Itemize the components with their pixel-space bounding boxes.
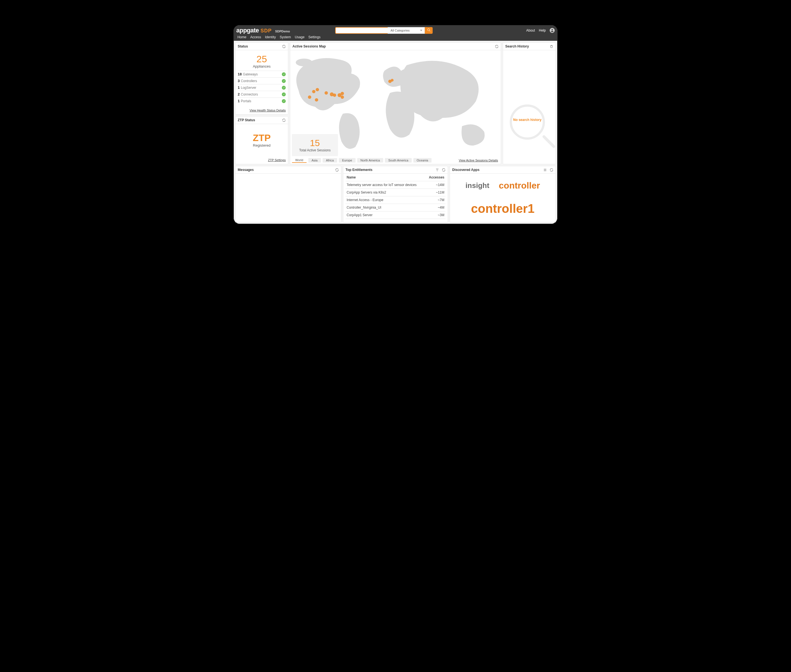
ztp-title: ZTP Status <box>238 118 255 122</box>
map-tab-south-america[interactable]: South America <box>385 158 412 163</box>
search-history-title: Search History <box>505 45 529 48</box>
help-link[interactable]: Help <box>539 29 546 32</box>
status-row-label: Portals <box>241 99 251 103</box>
topbar: appgate SDP SDPDemo All Categories About… <box>234 25 557 41</box>
map-tab-africa[interactable]: Africa <box>323 158 337 163</box>
table-row[interactable]: CorpApp Servers via K8s2~11M <box>346 189 445 196</box>
entitlement-accesses: ~11M <box>426 189 446 196</box>
svg-point-6 <box>315 88 319 91</box>
map-tab-asia[interactable]: Asia <box>308 158 321 163</box>
search-category-select[interactable]: All Categories <box>387 27 425 34</box>
status-row[interactable]: 3Controllers <box>238 77 286 84</box>
messages-body <box>235 174 341 222</box>
dashboard-row-2: Messages Top Entitlements <box>234 166 557 224</box>
status-row[interactable]: 18Gateways <box>238 70 286 77</box>
total-sessions-label: Total Active Sessions <box>299 148 331 152</box>
status-row[interactable]: 1LogServer <box>238 84 286 91</box>
entitlement-name: CorpApp1 Server <box>346 211 426 219</box>
list-view-icon[interactable] <box>543 168 547 172</box>
refresh-icon[interactable] <box>550 168 553 172</box>
menu-access[interactable]: Access <box>250 35 261 39</box>
svg-point-2 <box>552 29 553 30</box>
entitlement-accesses: ~14M <box>426 181 446 189</box>
global-search: All Categories <box>335 27 432 34</box>
svg-line-1 <box>429 30 430 31</box>
status-row-count: 1 <box>238 85 240 90</box>
user-avatar-icon[interactable] <box>550 28 555 33</box>
entitlement-accesses: ~3M <box>426 211 446 219</box>
status-row[interactable]: 2Connectors <box>238 91 286 98</box>
table-row[interactable]: CorpApp1 Server~3M <box>346 211 445 219</box>
menu-settings[interactable]: Settings <box>308 35 320 39</box>
entitlements-tbody: Telemetry server access for IoT sensor d… <box>346 181 445 219</box>
entitlement-name: CorpApp Servers via K8s2 <box>346 189 426 196</box>
entitlements-title: Top Entitlements <box>346 168 372 172</box>
menu-system[interactable]: System <box>280 35 291 39</box>
map-tab-oceania[interactable]: Oceania <box>413 158 432 163</box>
entitlements-table: Name Accesses Telemetry server access fo… <box>346 174 445 219</box>
magnifier-icon: No search history <box>510 104 549 144</box>
refresh-icon[interactable] <box>282 118 286 122</box>
top-entitlements-panel: Top Entitlements Name Accesses <box>343 166 448 222</box>
cloud-word[interactable]: controller1 <box>471 203 534 215</box>
ztp-settings-link[interactable]: ZTP Settings <box>268 158 286 162</box>
svg-point-15 <box>391 79 394 82</box>
cloud-word[interactable]: controller <box>499 181 540 190</box>
refresh-icon[interactable] <box>335 168 339 172</box>
menu-home[interactable]: Home <box>237 35 247 39</box>
entitlement-accesses: ~7M <box>426 196 446 204</box>
menu-identity[interactable]: Identity <box>265 35 276 39</box>
appliance-count-label: Appliances <box>238 64 286 69</box>
map-tab-world[interactable]: World <box>292 158 307 163</box>
svg-point-0 <box>428 29 429 31</box>
search-input[interactable] <box>335 27 387 34</box>
brand-logo-text: appgate <box>236 27 259 34</box>
search-button[interactable] <box>425 27 432 34</box>
ztp-sub-text: Registered <box>238 143 286 147</box>
map-tab-north-america[interactable]: North America <box>357 158 383 163</box>
check-ok-icon <box>282 79 286 83</box>
filter-icon[interactable] <box>436 168 439 172</box>
entitlement-name: Internet Access - Europe <box>346 196 426 204</box>
status-row-count: 3 <box>238 79 240 83</box>
map-tab-europe[interactable]: Europe <box>339 158 355 163</box>
status-row-count: 2 <box>238 92 240 96</box>
health-details-link[interactable]: View Health Status Details <box>250 109 286 112</box>
refresh-icon[interactable] <box>282 45 286 48</box>
left-column: Status 25 Appliances 18Gateways3Controll… <box>235 42 288 164</box>
active-sessions-details-link[interactable]: View Active Sessions Details <box>459 158 498 162</box>
main-menu: Home Access Identity System Usage Settin… <box>236 34 555 41</box>
cloud-word[interactable]: insight <box>466 182 489 189</box>
entitlement-name: Controller_Nvirginia_UI <box>346 204 426 211</box>
svg-point-13 <box>341 96 344 99</box>
check-ok-icon <box>282 99 286 103</box>
refresh-icon[interactable] <box>442 168 445 172</box>
svg-point-5 <box>312 90 315 93</box>
search-icon <box>427 28 431 33</box>
status-row-label: Controllers <box>241 79 257 83</box>
svg-point-7 <box>315 98 318 102</box>
total-sessions-box: 15 Total Active Sessions <box>292 134 338 156</box>
trash-icon[interactable] <box>550 45 553 48</box>
table-row[interactable]: Telemetry server access for IoT sensor d… <box>346 181 445 189</box>
check-ok-icon <box>282 93 286 96</box>
menu-usage[interactable]: Usage <box>295 35 304 39</box>
about-link[interactable]: About <box>526 29 535 32</box>
table-row[interactable]: Internet Access - Europe~7M <box>346 196 445 204</box>
refresh-icon[interactable] <box>495 45 498 48</box>
table-row[interactable]: Controller_Nvirginia_UI~4M <box>346 204 445 211</box>
col-accesses: Accesses <box>426 174 446 181</box>
discovered-cloud: insightcontrollercontroller1 <box>450 174 556 222</box>
status-row-count: 18 <box>238 72 242 76</box>
world-map[interactable]: 15 Total Active Sessions <box>290 50 501 158</box>
active-sessions-map-panel: Active Sessions Map <box>290 42 501 164</box>
search-history-panel: Search History No search history <box>503 42 556 164</box>
no-history-text: No search history <box>512 118 543 122</box>
discovered-apps-panel: Discovered Apps insightcontrollercontrol… <box>450 166 556 222</box>
app-window: appgate SDP SDPDemo All Categories About… <box>234 25 557 224</box>
status-row[interactable]: 1Portals <box>238 98 286 104</box>
topbar-right: About Help <box>526 28 555 33</box>
search-category-selected: All Categories <box>391 29 410 32</box>
svg-point-12 <box>341 92 344 95</box>
col-name: Name <box>346 174 426 181</box>
